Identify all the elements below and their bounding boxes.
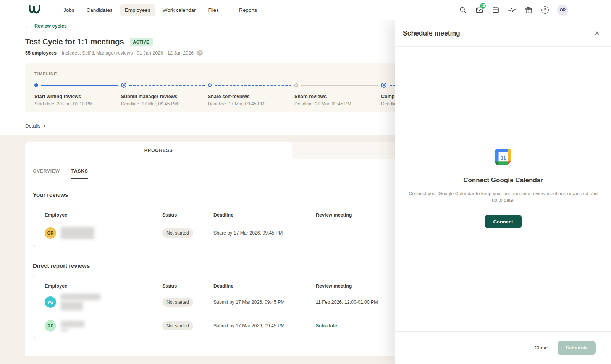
milestone-title: Submit manager reviews	[121, 94, 208, 99]
milestone-title: Share reviews	[294, 94, 381, 99]
nav-item-reports[interactable]: Reports	[234, 4, 262, 16]
milestone-share-self-reviews: Share self-reviews Deadline: 17 Mar, 09:…	[208, 83, 294, 107]
schedule-meeting-link[interactable]: Schedule	[316, 323, 395, 328]
avatar: YG	[45, 296, 56, 308]
nav-item-candidates[interactable]: Candidates	[82, 4, 117, 16]
details-toggle[interactable]: Details ›	[25, 123, 45, 129]
status-pill: Not started	[162, 298, 193, 307]
timeline-segment	[390, 85, 395, 86]
col-review-meeting: Review meeting	[316, 212, 395, 218]
milestone-clipped: Compl Deadlin	[381, 83, 395, 107]
progress-section: PROGRESS OVERVIEW TASKS Your reviews Emp…	[0, 135, 395, 364]
title-row: Test Cycle for 1:1 meetings ACTIVE	[25, 37, 395, 46]
table-row[interactable]: GR Not started Share by 17 Mar 2026, 09:…	[33, 219, 395, 247]
cycle-meta: 55 employees · Includes: Self & Manager …	[25, 50, 395, 56]
breadcrumb-review-cycles[interactable]: ← Review cycles	[25, 23, 67, 29]
close-icon[interactable]: ✕	[593, 28, 601, 39]
page-title: Test Cycle for 1:1 meetings	[25, 37, 124, 46]
user-avatar[interactable]: OR	[557, 5, 568, 16]
card-tabbar: PROGRESS	[25, 142, 395, 159]
close-button[interactable]: Close	[535, 345, 548, 351]
schedule-meeting-panel: Schedule meeting ✕ 31 Connect Google Cal…	[395, 20, 611, 364]
milestone-dot-hollow-icon	[208, 83, 212, 87]
question-circle-icon[interactable]: ?	[197, 50, 203, 56]
timeline-segment	[301, 85, 378, 86]
milestone-date: Deadline: 17 Mar, 09:45 PM	[208, 101, 294, 107]
col-status: Status	[162, 283, 213, 289]
col-deadline: Deadline	[213, 212, 316, 218]
deadline-cell: Share by 17 Mar 2026, 09:45 PM	[213, 230, 316, 236]
milestone-dot-filled-icon	[34, 83, 38, 87]
milestone-dot-ring-icon	[121, 83, 126, 88]
deadline-cell: Submit by 17 Mar 2026, 09:45 PM	[213, 299, 316, 305]
back-arrow-icon: ←	[25, 23, 31, 29]
schedule-button-disabled[interactable]: Schedule	[558, 341, 596, 355]
svg-text:31: 31	[500, 155, 506, 161]
milestone-dot-ring-icon	[381, 83, 386, 88]
subtabs: OVERVIEW TASKS	[33, 168, 395, 179]
status-pill: Not started	[162, 228, 193, 238]
gift-icon[interactable]	[524, 6, 533, 14]
panel-body: 31 Connect Google Calendar Connect your …	[395, 47, 611, 331]
timeline-track: Start writing reviews Start date: 20 Jan…	[34, 83, 395, 107]
timeline-heading: TIMELINE	[34, 71, 395, 76]
panel-title: Schedule meeting	[403, 29, 460, 37]
status-badge: ACTIVE	[130, 38, 153, 46]
redacted-employee-name	[61, 321, 84, 331]
review-meeting-cell: -	[316, 230, 395, 236]
col-review-meeting: Review meeting	[316, 283, 395, 289]
top-nav: Jobs Candidates Employees Work calendar …	[0, 0, 611, 20]
milestone-start-writing: Start writing reviews Start date: 20 Jan…	[34, 83, 121, 107]
inbox-badge: 13	[479, 2, 487, 10]
subtab-tasks[interactable]: TASKS	[71, 168, 88, 179]
subtab-overview[interactable]: OVERVIEW	[33, 168, 60, 179]
panel-header: Schedule meeting ✕	[395, 20, 611, 47]
connect-gcal-description: Connect your Google Calendar to keep you…	[407, 191, 599, 204]
employee-count: 55 employees	[25, 50, 57, 56]
calendar-icon[interactable]	[491, 6, 500, 14]
nav-item-work-calendar[interactable]: Work calendar	[158, 4, 200, 16]
main-content: ← Review cycles Test Cycle for 1:1 meeti…	[0, 20, 395, 364]
table-row[interactable]: YG Not started Submit by 17 Mar 2026, 09…	[33, 290, 395, 314]
connect-gcal-heading: Connect Google Calendar	[463, 176, 543, 184]
nav-item-jobs[interactable]: Jobs	[59, 4, 79, 16]
direct-reports-heading: Direct report reviews	[33, 262, 395, 269]
col-status: Status	[162, 212, 213, 218]
table-row[interactable]: RF Not started Submit by 17 Mar 2026, 09…	[33, 314, 395, 338]
nav-actions: 13 ? OR	[459, 5, 611, 16]
your-reviews-table: Employee Status Deadline Review meeting …	[33, 204, 395, 247]
milestone-submit-manager: Submit manager reviews Deadline: 17 Mar,…	[121, 83, 208, 107]
google-calendar-icon: 31	[495, 149, 511, 165]
cycle-meta-text: · Includes: Self & Manager reviews · 01 …	[59, 50, 194, 56]
milestone-date: Deadline: 17 Mar, 09:45 PM	[121, 101, 208, 107]
avatar: RF	[45, 320, 56, 332]
nav-item-employees[interactable]: Employees	[120, 4, 155, 16]
activity-icon[interactable]	[508, 6, 516, 14]
milestone-date: Start date: 20 Jan, 01:10 PM	[34, 101, 121, 107]
help-icon[interactable]: ?	[541, 6, 549, 14]
table-header: Employee Status Deadline Review meeting	[33, 275, 395, 290]
milestone-share-reviews: Share reviews Deadline: 31 Mar, 09:45 PM	[294, 83, 381, 107]
workable-logo[interactable]	[27, 4, 42, 16]
details-label: Details	[25, 123, 40, 129]
timeline-segment	[215, 85, 291, 86]
timeline-segment	[129, 85, 205, 86]
redacted-employee-name	[61, 227, 94, 239]
milestone-title: Share self-reviews	[208, 94, 294, 99]
nav-item-files[interactable]: Files	[203, 4, 223, 16]
tab-progress[interactable]: PROGRESS	[25, 142, 292, 159]
status-pill: Not started	[162, 321, 193, 330]
milestone-title: Start writing reviews	[34, 94, 121, 99]
primary-nav: Jobs Candidates Employees Work calendar …	[59, 4, 262, 16]
milestone-dot-gray-icon	[294, 83, 298, 87]
search-icon[interactable]	[459, 6, 467, 14]
milestone-date: Deadlin	[381, 101, 395, 107]
progress-card: PROGRESS OVERVIEW TASKS Your reviews Emp…	[25, 142, 395, 356]
inbox-icon[interactable]: 13	[475, 6, 483, 14]
col-employee: Employee	[45, 212, 162, 218]
connect-button[interactable]: Connect	[485, 215, 522, 228]
nav-divider	[229, 6, 229, 14]
timeline-segment	[41, 85, 118, 86]
tab-secondary-clipped[interactable]	[292, 142, 395, 159]
chevron-right-icon: ›	[44, 122, 46, 129]
